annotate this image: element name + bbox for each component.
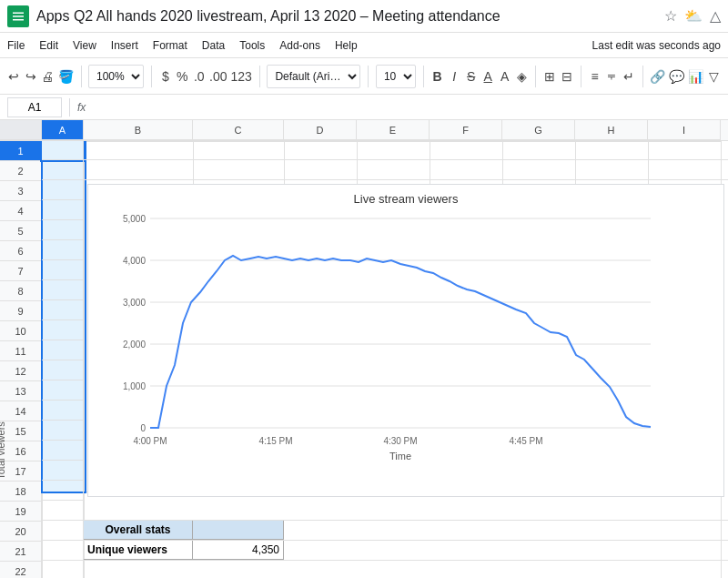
cell-a17[interactable] (42, 461, 83, 481)
cell-a8[interactable] (42, 280, 83, 300)
row-header-19[interactable]: 19 (0, 502, 42, 522)
row-header-22[interactable]: 22 (0, 562, 42, 578)
cell-a14[interactable] (42, 401, 83, 421)
row-header-18[interactable]: 18 (0, 482, 42, 502)
row-header-14[interactable]: 14 (0, 401, 42, 421)
col-header-I[interactable]: I (648, 120, 721, 140)
comment-button[interactable]: 💬 (669, 64, 684, 89)
cell-a19[interactable] (42, 501, 84, 520)
wrap-button[interactable]: ↵ (622, 64, 635, 89)
cell-a10[interactable] (42, 320, 83, 340)
redo-button[interactable]: ↪ (25, 64, 38, 89)
toolbar-sep-4 (368, 66, 369, 87)
row-header-13[interactable]: 13 (0, 381, 42, 401)
col-header-C[interactable]: C (193, 120, 284, 140)
font-size-select[interactable]: 10 (376, 65, 416, 88)
menu-insert[interactable]: Insert (111, 39, 138, 52)
row-header-4[interactable]: 4 (0, 201, 42, 221)
cell-a2[interactable] (42, 160, 84, 180)
row-header-6[interactable]: 6 (0, 241, 42, 261)
text-color-button[interactable]: A (498, 64, 511, 89)
menu-format[interactable]: Format (153, 39, 187, 52)
menu-view[interactable]: View (73, 39, 96, 52)
col-header-D[interactable]: D (284, 120, 357, 140)
menu-data[interactable]: Data (202, 39, 225, 52)
borders-button[interactable]: ⊞ (543, 64, 557, 89)
paint-format-button[interactable]: 🪣 (58, 64, 74, 89)
cell-a12[interactable] (42, 360, 83, 380)
menu-addons[interactable]: Add-ons (279, 39, 320, 52)
grid-area[interactable]: A B C D E F G H I 1 2 3 4 5 6 7 8 9 10 (0, 120, 728, 578)
cell-b20-overall-header[interactable]: Overall stats (84, 521, 193, 540)
cell-a20[interactable] (42, 521, 84, 540)
cell-a3[interactable] (42, 180, 83, 200)
cell-a7[interactable] (42, 260, 83, 280)
row-header-1[interactable]: 1 (0, 141, 42, 161)
menu-edit[interactable]: Edit (39, 39, 58, 52)
zoom-select[interactable]: 100% (88, 65, 144, 88)
filter-button[interactable]: ▽ (707, 64, 721, 89)
row-header-9[interactable]: 9 (0, 301, 42, 321)
svg-text:2,000: 2,000 (123, 340, 146, 350)
cell-a6[interactable] (42, 240, 83, 260)
row-header-21[interactable]: 21 (0, 542, 42, 562)
fill-color-button[interactable]: ◈ (515, 64, 529, 89)
cell-a9[interactable] (42, 300, 83, 320)
valign-button[interactable]: ⫧ (605, 64, 619, 89)
chart-button[interactable]: 📊 (688, 64, 703, 89)
cell-a22[interactable] (42, 561, 84, 578)
cell-a1[interactable] (42, 140, 84, 160)
row-header-7[interactable]: 7 (0, 261, 42, 281)
cell-reference-input[interactable] (7, 97, 62, 117)
formula-input[interactable] (93, 97, 721, 117)
row-header-5[interactable]: 5 (0, 221, 42, 241)
decimal2-button[interactable]: .00 (209, 64, 227, 89)
row-header-8[interactable]: 8 (0, 281, 42, 301)
link-button[interactable]: 🔗 (650, 64, 665, 89)
col-header-G[interactable]: G (502, 120, 575, 140)
chart-region: Live stream viewers Total viewers (42, 180, 728, 501)
star-icon[interactable]: ☆ (664, 7, 677, 25)
currency-button[interactable]: $ (159, 64, 173, 89)
col-header-F[interactable]: F (430, 120, 502, 140)
row-header-2[interactable]: 2 (0, 161, 42, 181)
menu-tools[interactable]: Tools (239, 39, 265, 52)
cell-a11[interactable] (42, 340, 83, 360)
print-button[interactable]: 🖨 (41, 64, 55, 89)
row-header-10[interactable]: 10 (0, 321, 42, 341)
cell-c20[interactable] (193, 521, 284, 540)
cell-a13[interactable] (42, 380, 83, 401)
format-123[interactable]: 123 (231, 64, 252, 89)
bold-button[interactable]: B (430, 64, 444, 89)
col-header-A[interactable]: A (42, 120, 84, 140)
cell-a15[interactable] (42, 421, 83, 441)
col-header-B[interactable]: B (84, 120, 193, 140)
underline-button[interactable]: A (481, 64, 495, 89)
halign-button[interactable]: ≡ (588, 64, 602, 89)
chart-panel: Live stream viewers Total viewers (87, 184, 724, 497)
cell-a18[interactable] (42, 481, 83, 501)
cell-b21-unique-label[interactable]: Unique viewers (84, 541, 193, 560)
col-header-H[interactable]: H (575, 120, 648, 140)
merge-button[interactable]: ⊟ (560, 64, 573, 89)
col-header-E[interactable]: E (357, 120, 430, 140)
strikethrough-button[interactable]: S (464, 64, 478, 89)
decimal-button[interactable]: .0 (193, 64, 207, 89)
row-header-20[interactable]: 20 (0, 522, 42, 542)
menu-help[interactable]: Help (335, 39, 358, 52)
cell-c21-unique-value[interactable]: 4,350 (193, 541, 284, 560)
cell-a21[interactable] (42, 541, 84, 560)
toolbar-sep-5 (423, 66, 424, 87)
cell-a4[interactable] (42, 200, 83, 220)
row-header-3[interactable]: 3 (0, 181, 42, 201)
font-select[interactable]: Default (Ari… (267, 65, 360, 88)
cell-a16[interactable] (42, 441, 83, 461)
percent-button[interactable]: % (176, 64, 189, 89)
cell-a5[interactable] (42, 220, 83, 240)
undo-button[interactable]: ↩ (7, 64, 21, 89)
italic-button[interactable]: I (448, 64, 461, 89)
row-header-12[interactable]: 12 (0, 361, 42, 381)
row-header-11[interactable]: 11 (0, 341, 42, 361)
menu-file[interactable]: File (7, 39, 25, 52)
cell-rest-19 (84, 501, 728, 520)
